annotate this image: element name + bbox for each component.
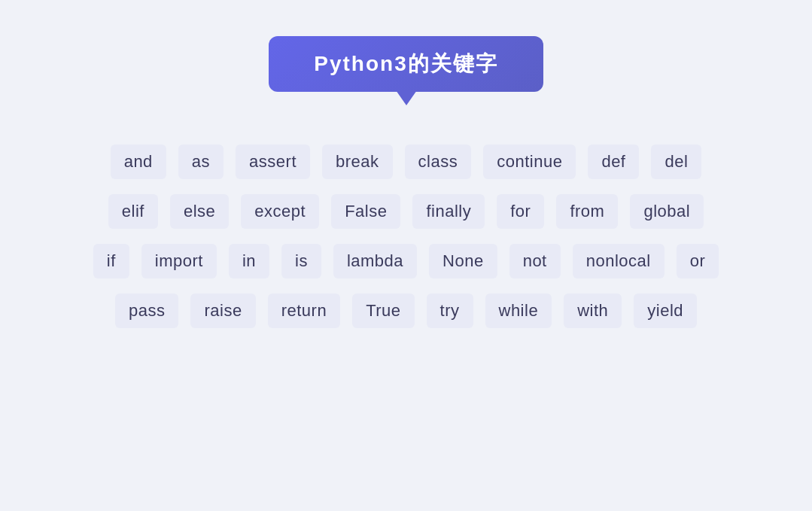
keyword-as: as xyxy=(178,144,224,179)
keyword-import: import xyxy=(141,244,217,278)
keyword-while: while xyxy=(485,294,552,328)
keyword-not: not xyxy=(509,244,561,278)
keyword-yield: yield xyxy=(634,294,697,328)
keyword-pass: pass xyxy=(115,294,178,328)
keywords-row-2: elifelseexceptFalsefinallyforfromglobal xyxy=(108,194,704,229)
keyword-global: global xyxy=(630,194,704,229)
keyword-with: with xyxy=(564,294,622,328)
keyword-lambda: lambda xyxy=(333,244,417,278)
keywords-row-3: ifimportinislambdaNonenotnonlocalor xyxy=(93,244,719,278)
title-text: Python3的关键字 xyxy=(314,52,497,75)
keywords-container: andasassertbreakclasscontinuedefdelelife… xyxy=(0,144,812,328)
keyword-class: class xyxy=(405,144,472,179)
keyword-finally: finally xyxy=(412,194,485,229)
keyword-none: None xyxy=(429,244,497,278)
keyword-else: else xyxy=(170,194,229,229)
keyword-raise: raise xyxy=(190,294,255,328)
keyword-break: break xyxy=(322,144,393,179)
keyword-or: or xyxy=(677,244,719,278)
keywords-row-4: passraisereturnTruetrywhilewithyield xyxy=(115,294,697,328)
keyword-elif: elif xyxy=(108,194,158,229)
keyword-false: False xyxy=(331,194,400,229)
keyword-try: try xyxy=(427,294,473,328)
keyword-from: from xyxy=(556,194,618,229)
keyword-if: if xyxy=(93,244,129,278)
keyword-del: del xyxy=(651,144,701,179)
keyword-true: True xyxy=(352,294,414,328)
keyword-in: in xyxy=(229,244,269,278)
keyword-is: is xyxy=(281,244,321,278)
keywords-row-1: andasassertbreakclasscontinuedefdel xyxy=(111,144,702,179)
title-bubble: Python3的关键字 xyxy=(269,36,543,92)
keyword-and: and xyxy=(111,144,166,179)
keyword-for: for xyxy=(497,194,544,229)
keyword-def: def xyxy=(588,144,639,179)
keyword-return: return xyxy=(268,294,340,328)
keyword-except: except xyxy=(241,194,319,229)
keyword-continue: continue xyxy=(483,144,576,179)
keyword-nonlocal: nonlocal xyxy=(573,244,665,278)
keyword-assert: assert xyxy=(236,144,310,179)
